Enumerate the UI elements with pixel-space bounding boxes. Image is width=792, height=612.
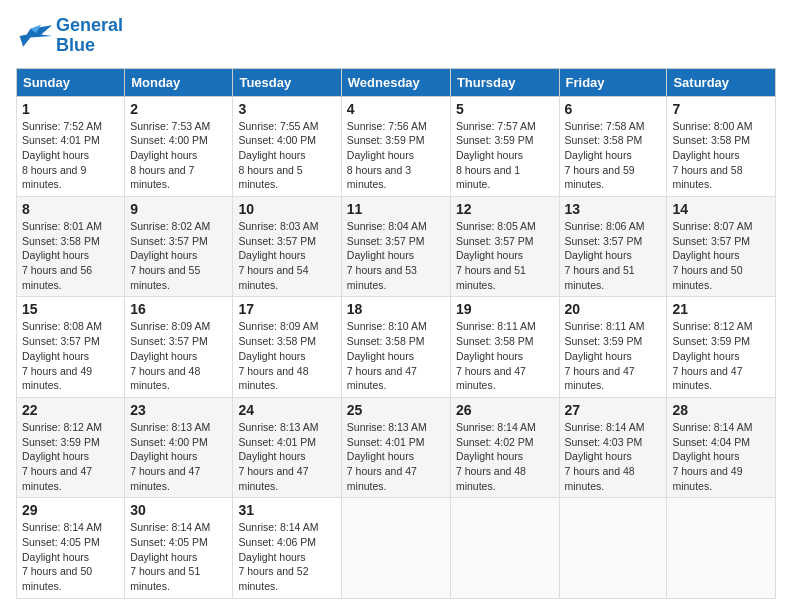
table-row: 18 Sunrise: 8:10 AMSunset: 3:58 PMDaylig… (341, 297, 450, 397)
table-row: 15 Sunrise: 8:08 AMSunset: 3:57 PMDaylig… (17, 297, 125, 397)
table-row: 16 Sunrise: 8:09 AMSunset: 3:57 PMDaylig… (125, 297, 233, 397)
calendar-week-2: 8 Sunrise: 8:01 AMSunset: 3:58 PMDayligh… (17, 197, 776, 297)
table-row: 28 Sunrise: 8:14 AMSunset: 4:04 PMDaylig… (667, 397, 776, 497)
empty-cell (667, 498, 776, 598)
table-row: 2 Sunrise: 7:53 AMSunset: 4:00 PMDayligh… (125, 96, 233, 196)
table-row: 22 Sunrise: 8:12 AMSunset: 3:59 PMDaylig… (17, 397, 125, 497)
logo: General Blue (16, 16, 123, 56)
page-header: General Blue (16, 16, 776, 56)
table-row: 24 Sunrise: 8:13 AMSunset: 4:01 PMDaylig… (233, 397, 341, 497)
logo-text: General (56, 16, 123, 36)
table-row: 7 Sunrise: 8:00 AMSunset: 3:58 PMDayligh… (667, 96, 776, 196)
table-row: 13 Sunrise: 8:06 AMSunset: 3:57 PMDaylig… (559, 197, 667, 297)
calendar-header-row: Sunday Monday Tuesday Wednesday Thursday… (17, 68, 776, 96)
table-row: 25 Sunrise: 8:13 AMSunset: 4:01 PMDaylig… (341, 397, 450, 497)
table-row: 9 Sunrise: 8:02 AMSunset: 3:57 PMDayligh… (125, 197, 233, 297)
table-row: 27 Sunrise: 8:14 AMSunset: 4:03 PMDaylig… (559, 397, 667, 497)
table-row: 1 Sunrise: 7:52 AMSunset: 4:01 PMDayligh… (17, 96, 125, 196)
logo-icon (16, 21, 52, 51)
table-row: 14 Sunrise: 8:07 AMSunset: 3:57 PMDaylig… (667, 197, 776, 297)
col-wednesday: Wednesday (341, 68, 450, 96)
table-row: 17 Sunrise: 8:09 AMSunset: 3:58 PMDaylig… (233, 297, 341, 397)
table-row: 23 Sunrise: 8:13 AMSunset: 4:00 PMDaylig… (125, 397, 233, 497)
table-row: 10 Sunrise: 8:03 AMSunset: 3:57 PMDaylig… (233, 197, 341, 297)
table-row: 19 Sunrise: 8:11 AMSunset: 3:58 PMDaylig… (450, 297, 559, 397)
table-row: 30 Sunrise: 8:14 AMSunset: 4:05 PMDaylig… (125, 498, 233, 598)
col-saturday: Saturday (667, 68, 776, 96)
col-thursday: Thursday (450, 68, 559, 96)
table-row: 3 Sunrise: 7:55 AMSunset: 4:00 PMDayligh… (233, 96, 341, 196)
calendar-table: Sunday Monday Tuesday Wednesday Thursday… (16, 68, 776, 599)
table-row: 31 Sunrise: 8:14 AMSunset: 4:06 PMDaylig… (233, 498, 341, 598)
table-row: 21 Sunrise: 8:12 AMSunset: 3:59 PMDaylig… (667, 297, 776, 397)
table-row: 4 Sunrise: 7:56 AMSunset: 3:59 PMDayligh… (341, 96, 450, 196)
col-friday: Friday (559, 68, 667, 96)
table-row: 29 Sunrise: 8:14 AMSunset: 4:05 PMDaylig… (17, 498, 125, 598)
empty-cell (341, 498, 450, 598)
calendar-week-1: 1 Sunrise: 7:52 AMSunset: 4:01 PMDayligh… (17, 96, 776, 196)
col-sunday: Sunday (17, 68, 125, 96)
calendar-week-5: 29 Sunrise: 8:14 AMSunset: 4:05 PMDaylig… (17, 498, 776, 598)
col-monday: Monday (125, 68, 233, 96)
table-row: 12 Sunrise: 8:05 AMSunset: 3:57 PMDaylig… (450, 197, 559, 297)
empty-cell (559, 498, 667, 598)
table-row: 26 Sunrise: 8:14 AMSunset: 4:02 PMDaylig… (450, 397, 559, 497)
table-row: 11 Sunrise: 8:04 AMSunset: 3:57 PMDaylig… (341, 197, 450, 297)
table-row: 8 Sunrise: 8:01 AMSunset: 3:58 PMDayligh… (17, 197, 125, 297)
table-row: 20 Sunrise: 8:11 AMSunset: 3:59 PMDaylig… (559, 297, 667, 397)
empty-cell (450, 498, 559, 598)
col-tuesday: Tuesday (233, 68, 341, 96)
calendar-week-3: 15 Sunrise: 8:08 AMSunset: 3:57 PMDaylig… (17, 297, 776, 397)
table-row: 5 Sunrise: 7:57 AMSunset: 3:59 PMDayligh… (450, 96, 559, 196)
table-row: 6 Sunrise: 7:58 AMSunset: 3:58 PMDayligh… (559, 96, 667, 196)
calendar-week-4: 22 Sunrise: 8:12 AMSunset: 3:59 PMDaylig… (17, 397, 776, 497)
logo-text2: Blue (56, 36, 123, 56)
